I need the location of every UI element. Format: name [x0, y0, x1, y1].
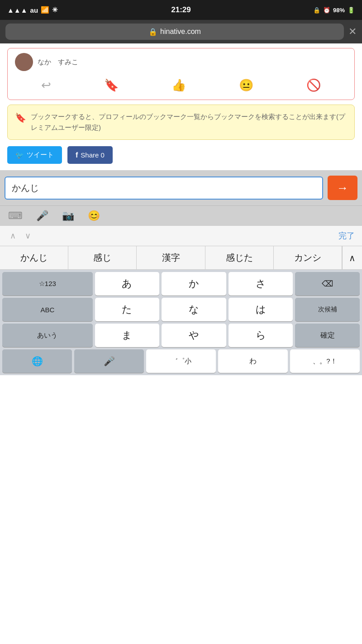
bookmark-icon[interactable]: 🔖 — [104, 78, 119, 92]
thumbsup-icon[interactable]: 👍 — [171, 78, 186, 92]
key-sa[interactable]: さ — [229, 272, 293, 296]
input-toolbar: ⌨ 🎤 📷 😊 — [0, 205, 362, 225]
keyboard-done-button[interactable]: 完了 — [338, 230, 362, 241]
lock-icon: 🔒 — [313, 7, 320, 14]
reply-icon[interactable]: ↩ — [41, 78, 51, 92]
url-bar: 🔒 hinative.com ✕ — [0, 20, 362, 43]
share-label: Share 0 — [81, 151, 105, 159]
key-ma[interactable]: ま — [95, 324, 160, 347]
suggestion-item-2[interactable]: 漢字 — [137, 246, 205, 269]
key-ra[interactable]: ら — [229, 324, 293, 347]
keyboard-row-3: あいう ま や ら 確定 — [0, 321, 362, 347]
autocomplete-next-button[interactable]: ∨ — [20, 228, 35, 243]
key-globe[interactable]: 🌐 — [2, 349, 72, 373]
status-bar: ▲▲▲ au 📶 ✳ 21:29 🔒 ⏰ 98% 🔋 — [0, 0, 362, 20]
url-lock-icon: 🔒 — [148, 28, 157, 36]
close-button[interactable]: ✕ — [348, 26, 357, 38]
suggestion-row: かんじ 感じ 漢字 感じた カンシ ∧ — [0, 246, 362, 270]
keyboard-row-4: 🌐 🎤 ゛゜小 わ 、。?！ — [0, 347, 362, 375]
suggestion-item-3[interactable]: 感じた — [205, 246, 274, 269]
status-left: ▲▲▲ au 📶 ✳ — [7, 6, 58, 14]
suggestion-item-1[interactable]: 感じ — [68, 246, 137, 269]
microphone-icon[interactable]: 🎤 — [36, 210, 48, 222]
key-wa[interactable]: わ — [218, 349, 288, 373]
camera-icon[interactable]: 📷 — [62, 210, 74, 222]
social-buttons: 🐦 ツイート f Share 0 — [7, 146, 355, 164]
avatar — [15, 53, 33, 71]
card-actions: ↩ 🔖 👍 😐 🚫 — [15, 75, 347, 92]
autocomplete-nav: ∧ ∨ — [0, 228, 41, 243]
key-confirm[interactable]: 確定 — [295, 324, 360, 347]
battery-label: 98% — [333, 7, 345, 14]
key-punctuation[interactable]: 、。?！ — [290, 349, 360, 373]
tweet-label: ツイート — [27, 151, 54, 159]
facebook-share-button[interactable]: f Share 0 — [67, 146, 113, 164]
keyboard-row-1: ☆123 あ か さ ⌫ — [0, 270, 362, 296]
suggestion-item-4[interactable]: カンシ — [274, 246, 342, 269]
status-right: 🔒 ⏰ 98% 🔋 — [313, 7, 355, 14]
carrier-label: au — [30, 6, 38, 14]
search-area: → — [0, 170, 362, 205]
autocomplete-prev-button[interactable]: ∧ — [5, 228, 20, 243]
arrow-right-icon: → — [337, 181, 348, 195]
emoji-icon[interactable]: 😊 — [88, 210, 100, 222]
neutral-icon[interactable]: 😐 — [239, 78, 253, 92]
facebook-icon: f — [76, 151, 78, 159]
key-ka[interactable]: か — [162, 272, 226, 296]
keyboard-row-2: ABC た な は 次候補 — [0, 296, 362, 321]
key-microphone[interactable]: 🎤 — [74, 349, 144, 373]
battery-icon: 🔋 — [348, 7, 355, 14]
bookmark-notice-text: ブックマークすると、プロフィールのブックマーク一覧からブックマークを検索すること… — [31, 111, 347, 133]
activity-icon: ✳ — [52, 6, 58, 14]
bookmark-notice-icon: 🔖 — [15, 112, 26, 123]
signal-icon: ▲▲▲ — [7, 6, 28, 14]
search-go-button[interactable]: → — [328, 176, 357, 200]
username-text: なか すみこ — [38, 58, 78, 67]
key-delete[interactable]: ⌫ — [295, 272, 360, 296]
answer-card: なか すみこ ↩ 🔖 👍 😐 🚫 — [7, 48, 355, 100]
key-na[interactable]: な — [162, 298, 226, 321]
key-ya[interactable]: や — [162, 324, 226, 347]
block-icon[interactable]: 🚫 — [306, 78, 321, 92]
japanese-keyboard: ☆123 あ か さ ⌫ ABC た な は 次候補 あいう ま や ら 確定 … — [0, 270, 362, 375]
search-input[interactable] — [5, 177, 323, 200]
url-text: hinative.com — [160, 28, 201, 36]
alarm-icon: ⏰ — [323, 7, 330, 14]
key-aiueo[interactable]: あいう — [2, 324, 93, 347]
card-header: なか すみこ — [15, 53, 347, 71]
page-content: なか すみこ ↩ 🔖 👍 😐 🚫 🔖 ブックマークすると、プロフィールのブックマ… — [0, 48, 362, 375]
url-box[interactable]: 🔒 hinative.com — [5, 24, 344, 40]
key-next-candidate[interactable]: 次候補 — [295, 298, 360, 321]
status-time: 21:29 — [171, 5, 191, 14]
key-small[interactable]: ゛゜小 — [146, 349, 216, 373]
key-ta[interactable]: た — [95, 298, 160, 321]
key-abc[interactable]: ABC — [2, 298, 93, 321]
suggestion-item-0[interactable]: かんじ — [0, 246, 68, 269]
tweet-button[interactable]: 🐦 ツイート — [7, 146, 62, 164]
bookmark-notice: 🔖 ブックマークすると、プロフィールのブックマーク一覧からブックマークを検索する… — [7, 105, 355, 140]
key-ha[interactable]: は — [229, 298, 293, 321]
key-star123[interactable]: ☆123 — [2, 272, 93, 296]
twitter-icon: 🐦 — [15, 151, 24, 159]
autocomplete-bar: ∧ ∨ 完了 — [0, 225, 362, 246]
wifi-icon: 📶 — [41, 6, 49, 14]
suggestion-more-button[interactable]: ∧ — [342, 246, 362, 269]
keyboard-icon[interactable]: ⌨ — [8, 210, 23, 222]
key-a[interactable]: あ — [95, 272, 160, 296]
